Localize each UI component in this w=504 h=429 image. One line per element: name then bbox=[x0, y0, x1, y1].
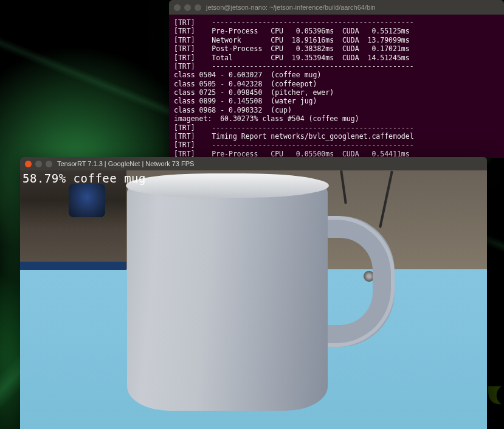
terminal-line: [TRT] ----------------------------------… bbox=[174, 62, 499, 71]
terminal-line: [TRT] Pre-Process CPU 0.05396ms CUDA 0.5… bbox=[174, 27, 499, 35]
cable bbox=[379, 171, 393, 228]
terminal-line: [TRT] ----------------------------------… bbox=[174, 18, 499, 27]
terminal-line: [TRT] ----------------------------------… bbox=[174, 124, 499, 132]
terminal-titlebar[interactable]: jetson@jetson-nano: ~/jetson-inference/b… bbox=[169, 0, 504, 15]
terminal-line: [TRT] Post-Process CPU 0.38382ms CUDA 0.… bbox=[174, 44, 499, 53]
window-controls bbox=[174, 4, 201, 11]
video-window[interactable]: TensorRT 7.1.3 | GoogleNet | Network 73 … bbox=[20, 157, 487, 429]
video-titlebar[interactable]: TensorRT 7.1.3 | GoogleNet | Network 73 … bbox=[20, 157, 487, 170]
classification-overlay: 58.79% coffee mug bbox=[20, 170, 148, 186]
nvidia-logo bbox=[486, 382, 504, 412]
background-object bbox=[69, 184, 105, 217]
terminal-line: class 0504 - 0.603027 (coffee mug) bbox=[174, 71, 499, 79]
terminal-line: [TRT] Network CPU 18.91616ms CUDA 13.790… bbox=[174, 36, 499, 44]
minimize-icon[interactable] bbox=[35, 161, 42, 167]
terminal-line: class 0505 - 0.042328 (coffeepot) bbox=[174, 80, 499, 88]
video-window-title: TensorRT 7.1.3 | GoogleNet | Network 73 … bbox=[57, 160, 194, 167]
terminal-line: class 0899 - 0.145508 (water jug) bbox=[174, 97, 499, 105]
terminal-window[interactable]: jetson@jetson-nano: ~/jetson-inference/b… bbox=[169, 0, 504, 158]
terminal-line: [TRT] Timing Report networks/bvlc_google… bbox=[174, 132, 499, 141]
video-frame: 58.79% coffee mug bbox=[20, 170, 487, 429]
terminal-title: jetson@jetson-nano: ~/jetson-inference/b… bbox=[206, 4, 376, 11]
terminal-line: imagenet: 60.30273% class #504 (coffee m… bbox=[174, 114, 499, 123]
maximize-icon[interactable] bbox=[195, 4, 201, 11]
mug-rim bbox=[126, 173, 329, 198]
minimize-icon[interactable] bbox=[184, 4, 191, 11]
mug-body bbox=[127, 186, 328, 411]
window-controls bbox=[25, 161, 52, 167]
terminal-line: [TRT] Total CPU 19.35394ms CUDA 14.51245… bbox=[174, 54, 499, 62]
maximize-icon[interactable] bbox=[46, 161, 52, 167]
camera-scene bbox=[20, 170, 487, 429]
close-icon[interactable] bbox=[25, 161, 32, 167]
terminal-line: class 0725 - 0.098450 (pitcher, ewer) bbox=[174, 88, 499, 97]
desk-edge bbox=[20, 262, 126, 270]
coffee-mug bbox=[127, 173, 352, 414]
terminal-line: class 0968 - 0.090332 (cup) bbox=[174, 106, 499, 114]
close-icon[interactable] bbox=[174, 4, 181, 11]
terminal-line: [TRT] ----------------------------------… bbox=[174, 141, 499, 149]
